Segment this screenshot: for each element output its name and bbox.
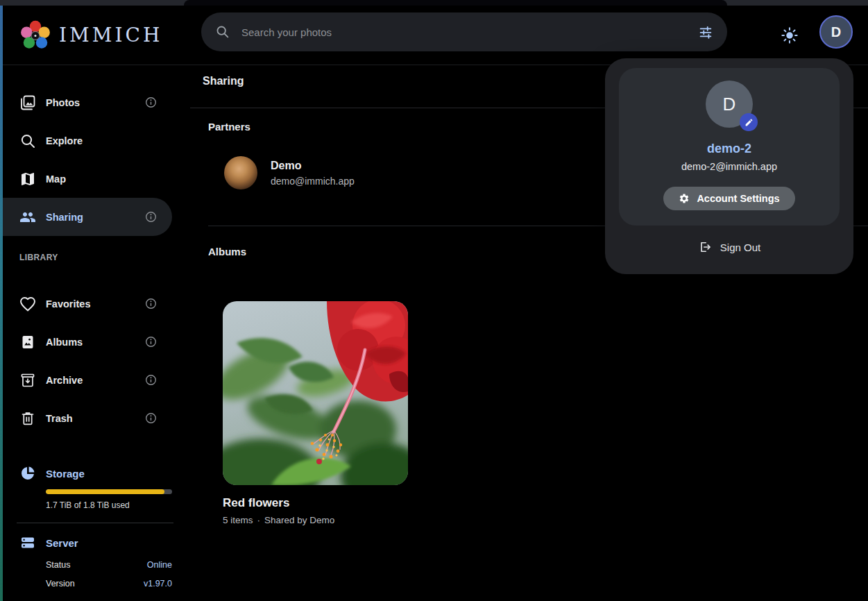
server-version-label: Version (46, 579, 75, 589)
sidebar-item-label: Photos (46, 97, 80, 108)
storage-panel: Storage 1.7 TiB of 1.8 TiB used (3, 465, 190, 510)
user-avatar-button[interactable]: D (819, 15, 853, 49)
theme-toggle-button[interactable] (776, 22, 803, 49)
map-icon (19, 171, 36, 187)
info-icon[interactable] (145, 374, 157, 386)
sign-out-button[interactable]: Sign Out (605, 233, 853, 261)
album-item-count: 5 items (223, 515, 253, 525)
server-icon (19, 534, 36, 551)
immich-flower-icon (19, 19, 51, 51)
sidebar-item-label: Sharing (46, 212, 83, 223)
heart-icon (19, 296, 36, 312)
sidebar-item-label: Favorites (46, 298, 90, 310)
info-icon[interactable] (145, 336, 157, 348)
search-bar[interactable] (201, 12, 727, 51)
search-filters-button[interactable] (698, 24, 713, 40)
sidebar-item-favorites[interactable]: Favorites (3, 285, 172, 323)
sidebar: Photos Explore Map (3, 65, 190, 601)
edit-avatar-button[interactable] (740, 113, 758, 131)
account-settings-button[interactable]: Account Settings (663, 187, 794, 210)
sidebar-item-sharing[interactable]: Sharing (3, 198, 172, 236)
info-icon[interactable] (145, 211, 157, 223)
album-title: Red flowers (223, 496, 408, 510)
sidebar-item-albums[interactable]: Albums (3, 323, 172, 361)
top-navbar: IMMICH (3, 6, 868, 65)
sidebar-item-archive[interactable]: Archive (3, 361, 172, 399)
sharing-people-icon (19, 209, 36, 226)
album-cover-image (223, 301, 408, 485)
storage-label: Storage (46, 468, 85, 480)
sidebar-item-label: Map (46, 173, 66, 185)
account-email: demo-2@immich.app (681, 161, 777, 172)
server-version-value: v1.97.0 (144, 579, 172, 589)
immich-wordmark: IMMICH (59, 24, 162, 46)
account-username: demo-2 (707, 142, 751, 156)
browser-top-strip (0, 0, 868, 6)
sign-out-label: Sign Out (720, 242, 760, 253)
partner-avatar (224, 156, 257, 189)
sidebar-divider (17, 523, 173, 523)
partner-row[interactable]: Demo demo@immich.app (224, 156, 355, 189)
albums-icon (19, 334, 36, 350)
server-panel: Server Status Online Version v1.97.0 (3, 534, 190, 589)
album-shared-by: Shared by Demo (264, 515, 334, 525)
photos-icon (19, 94, 36, 111)
explore-search-icon (19, 133, 36, 149)
sun-icon (781, 26, 799, 44)
storage-progress-track (46, 489, 172, 494)
sidebar-nav-group: Photos Explore Map (3, 65, 190, 589)
sidebar-item-map[interactable]: Map (3, 160, 172, 198)
account-card: D demo-2 demo-2@immich.app Account Setti… (619, 68, 840, 226)
filter-sliders-icon (698, 24, 713, 40)
server-version-row: Version v1.97.0 (46, 579, 172, 589)
sidebar-item-explore[interactable]: Explore (3, 121, 172, 160)
immich-app-window: IMMICH (0, 0, 868, 601)
partners-heading: Partners (208, 121, 250, 133)
album-meta-separator: · (257, 515, 261, 525)
partner-name: Demo (271, 160, 355, 172)
archive-icon (19, 372, 36, 389)
info-icon[interactable] (145, 412, 157, 424)
server-status-value: Online (147, 560, 172, 570)
partner-email: demo@immich.app (271, 176, 355, 187)
sidebar-library-group: Favorites Albums (3, 262, 190, 437)
pencil-icon (744, 118, 754, 127)
server-status-row: Status Online (46, 560, 172, 570)
sidebar-item-trash[interactable]: Trash (3, 399, 172, 437)
search-input[interactable] (240, 26, 688, 39)
server-status-label: Status (46, 560, 70, 570)
storage-usage-text: 1.7 TiB of 1.8 TiB used (46, 500, 190, 510)
account-dropdown: D demo-2 demo-2@immich.app Account Setti… (605, 58, 853, 274)
sidebar-item-label: Albums (46, 337, 83, 348)
browser-top-strip-inner (184, 0, 727, 6)
gear-icon (679, 193, 690, 204)
sidebar-item-label: Archive (46, 375, 83, 386)
info-icon[interactable] (145, 96, 157, 108)
page-title: Sharing (203, 75, 244, 87)
album-card[interactable]: Red flowers 5 items · Shared by Demo (223, 301, 408, 525)
trash-icon (19, 410, 36, 427)
sidebar-item-photos[interactable]: Photos (3, 83, 172, 121)
server-label: Server (46, 537, 78, 549)
albums-heading: Albums (208, 246, 246, 257)
account-settings-label: Account Settings (697, 193, 779, 204)
immich-logo[interactable]: IMMICH (19, 19, 162, 51)
info-icon[interactable] (145, 298, 157, 310)
sidebar-item-label: Explore (46, 135, 83, 146)
storage-pie-icon (19, 465, 36, 482)
storage-progress-fill (46, 489, 164, 494)
search-icon (215, 24, 230, 40)
sidebar-item-label: Trash (46, 413, 73, 424)
logout-icon (698, 240, 712, 254)
album-meta: 5 items · Shared by Demo (223, 515, 408, 525)
library-section-heading: LIBRARY (19, 253, 190, 262)
